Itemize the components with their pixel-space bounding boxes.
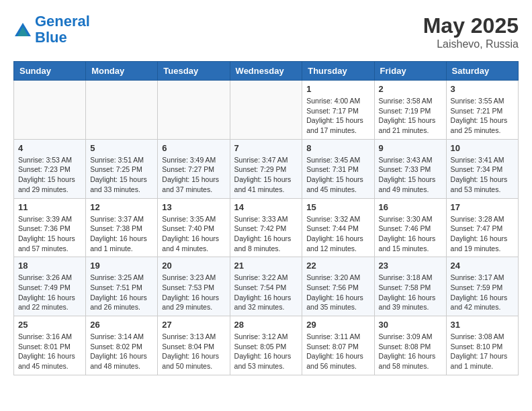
calendar-cell: 5Sunrise: 3:51 AMSunset: 7:25 PMDaylight… xyxy=(86,139,158,198)
day-number: 19 xyxy=(90,261,153,271)
day-number: 27 xyxy=(162,320,225,330)
weekday-header-friday: Friday xyxy=(374,62,446,81)
day-number: 18 xyxy=(18,261,81,271)
cell-details: Sunrise: 3:13 AMSunset: 8:04 PMDaylight:… xyxy=(162,332,225,371)
weekday-header-saturday: Saturday xyxy=(446,62,518,81)
week-row-2: 4Sunrise: 3:53 AMSunset: 7:23 PMDaylight… xyxy=(14,139,519,198)
weekday-header-sunday: Sunday xyxy=(14,62,86,81)
calendar-cell: 19Sunrise: 3:25 AMSunset: 7:51 PMDayligh… xyxy=(86,257,158,316)
day-number: 5 xyxy=(90,143,153,153)
logo: General Blue xyxy=(13,13,90,46)
calendar-cell: 7Sunrise: 3:47 AMSunset: 7:29 PMDaylight… xyxy=(230,139,302,198)
location: Laishevo, Russia xyxy=(423,38,519,50)
logo-line1: General xyxy=(35,13,90,30)
calendar-cell: 9Sunrise: 3:43 AMSunset: 7:33 PMDaylight… xyxy=(374,139,446,198)
calendar-cell: 18Sunrise: 3:26 AMSunset: 7:49 PMDayligh… xyxy=(14,257,86,316)
calendar-cell: 15Sunrise: 3:32 AMSunset: 7:44 PMDayligh… xyxy=(302,198,374,257)
cell-details: Sunrise: 3:49 AMSunset: 7:27 PMDaylight:… xyxy=(162,155,225,195)
cell-details: Sunrise: 3:51 AMSunset: 7:25 PMDaylight:… xyxy=(90,155,153,195)
calendar-cell: 1Sunrise: 4:00 AMSunset: 7:17 PMDaylight… xyxy=(302,81,374,140)
calendar-cell: 2Sunrise: 3:58 AMSunset: 7:19 PMDaylight… xyxy=(374,81,446,140)
calendar-cell: 8Sunrise: 3:45 AMSunset: 7:31 PMDaylight… xyxy=(302,139,374,198)
calendar-cell xyxy=(14,81,86,140)
week-row-5: 25Sunrise: 3:16 AMSunset: 8:01 PMDayligh… xyxy=(14,316,519,375)
calendar-cell: 20Sunrise: 3:23 AMSunset: 7:53 PMDayligh… xyxy=(158,257,230,316)
day-number: 9 xyxy=(379,143,442,153)
cell-details: Sunrise: 3:08 AMSunset: 8:10 PMDaylight:… xyxy=(451,332,514,371)
day-number: 16 xyxy=(379,202,442,212)
day-number: 7 xyxy=(234,143,298,153)
calendar-cell: 28Sunrise: 3:12 AMSunset: 8:05 PMDayligh… xyxy=(230,316,302,375)
cell-details: Sunrise: 3:55 AMSunset: 7:21 PMDaylight:… xyxy=(451,96,514,136)
day-number: 21 xyxy=(234,261,298,271)
calendar-cell: 21Sunrise: 3:22 AMSunset: 7:54 PMDayligh… xyxy=(230,257,302,316)
cell-details: Sunrise: 3:09 AMSunset: 8:08 PMDaylight:… xyxy=(379,332,442,371)
month-title: May 2025 xyxy=(423,13,519,38)
day-number: 30 xyxy=(379,320,442,330)
day-number: 11 xyxy=(18,202,81,212)
cell-details: Sunrise: 3:45 AMSunset: 7:31 PMDaylight:… xyxy=(306,155,369,195)
cell-details: Sunrise: 3:23 AMSunset: 7:53 PMDaylight:… xyxy=(162,273,225,312)
day-number: 2 xyxy=(379,84,442,94)
day-number: 22 xyxy=(306,261,369,271)
calendar-cell: 14Sunrise: 3:33 AMSunset: 7:42 PMDayligh… xyxy=(230,198,302,257)
cell-details: Sunrise: 3:12 AMSunset: 8:05 PMDaylight:… xyxy=(234,332,298,371)
day-number: 14 xyxy=(234,202,298,212)
cell-details: Sunrise: 3:47 AMSunset: 7:29 PMDaylight:… xyxy=(234,155,298,195)
weekday-header-tuesday: Tuesday xyxy=(158,62,230,81)
cell-details: Sunrise: 4:00 AMSunset: 7:17 PMDaylight:… xyxy=(306,96,369,136)
calendar-cell: 23Sunrise: 3:18 AMSunset: 7:58 PMDayligh… xyxy=(374,257,446,316)
day-number: 10 xyxy=(451,143,514,153)
cell-details: Sunrise: 3:53 AMSunset: 7:23 PMDaylight:… xyxy=(18,155,81,195)
cell-details: Sunrise: 3:43 AMSunset: 7:33 PMDaylight:… xyxy=(379,155,442,195)
day-number: 26 xyxy=(90,320,153,330)
cell-details: Sunrise: 3:17 AMSunset: 7:59 PMDaylight:… xyxy=(451,273,514,312)
cell-details: Sunrise: 3:32 AMSunset: 7:44 PMDaylight:… xyxy=(306,214,369,254)
day-number: 4 xyxy=(18,143,81,153)
cell-details: Sunrise: 3:58 AMSunset: 7:19 PMDaylight:… xyxy=(379,96,442,136)
cell-details: Sunrise: 3:37 AMSunset: 7:38 PMDaylight:… xyxy=(90,214,153,254)
day-number: 31 xyxy=(451,320,514,330)
calendar-cell: 27Sunrise: 3:13 AMSunset: 8:04 PMDayligh… xyxy=(158,316,230,375)
calendar-cell: 17Sunrise: 3:28 AMSunset: 7:47 PMDayligh… xyxy=(446,198,518,257)
calendar-cell: 6Sunrise: 3:49 AMSunset: 7:27 PMDaylight… xyxy=(158,139,230,198)
cell-details: Sunrise: 3:26 AMSunset: 7:49 PMDaylight:… xyxy=(18,273,81,312)
day-number: 24 xyxy=(451,261,514,271)
cell-details: Sunrise: 3:30 AMSunset: 7:46 PMDaylight:… xyxy=(379,214,442,254)
logo-line2: Blue xyxy=(35,29,67,46)
cell-details: Sunrise: 3:39 AMSunset: 7:36 PMDaylight:… xyxy=(18,214,81,254)
cell-details: Sunrise: 3:25 AMSunset: 7:51 PMDaylight:… xyxy=(90,273,153,312)
weekday-header-wednesday: Wednesday xyxy=(230,62,302,81)
day-number: 17 xyxy=(451,202,514,212)
cell-details: Sunrise: 3:28 AMSunset: 7:47 PMDaylight:… xyxy=(451,214,514,254)
calendar-cell: 30Sunrise: 3:09 AMSunset: 8:08 PMDayligh… xyxy=(374,316,446,375)
calendar-cell: 3Sunrise: 3:55 AMSunset: 7:21 PMDaylight… xyxy=(446,81,518,140)
calendar-cell: 10Sunrise: 3:41 AMSunset: 7:34 PMDayligh… xyxy=(446,139,518,198)
calendar-cell: 16Sunrise: 3:30 AMSunset: 7:46 PMDayligh… xyxy=(374,198,446,257)
weekday-header-thursday: Thursday xyxy=(302,62,374,81)
calendar-cell: 4Sunrise: 3:53 AMSunset: 7:23 PMDaylight… xyxy=(14,139,86,198)
cell-details: Sunrise: 3:11 AMSunset: 8:07 PMDaylight:… xyxy=(306,332,369,371)
day-number: 20 xyxy=(162,261,225,271)
title-block: May 2025 Laishevo, Russia xyxy=(423,13,519,50)
weekday-header-monday: Monday xyxy=(86,62,158,81)
day-number: 12 xyxy=(90,202,153,212)
calendar-cell: 22Sunrise: 3:20 AMSunset: 7:56 PMDayligh… xyxy=(302,257,374,316)
day-number: 25 xyxy=(18,320,81,330)
calendar-cell xyxy=(158,81,230,140)
calendar-cell: 11Sunrise: 3:39 AMSunset: 7:36 PMDayligh… xyxy=(14,198,86,257)
calendar-cell: 29Sunrise: 3:11 AMSunset: 8:07 PMDayligh… xyxy=(302,316,374,375)
week-row-1: 1Sunrise: 4:00 AMSunset: 7:17 PMDaylight… xyxy=(14,81,519,140)
day-number: 1 xyxy=(306,84,369,94)
day-number: 29 xyxy=(306,320,369,330)
calendar-cell: 31Sunrise: 3:08 AMSunset: 8:10 PMDayligh… xyxy=(446,316,518,375)
week-row-4: 18Sunrise: 3:26 AMSunset: 7:49 PMDayligh… xyxy=(14,257,519,316)
calendar-cell xyxy=(86,81,158,140)
cell-details: Sunrise: 3:41 AMSunset: 7:34 PMDaylight:… xyxy=(451,155,514,195)
day-number: 13 xyxy=(162,202,225,212)
calendar-cell: 24Sunrise: 3:17 AMSunset: 7:59 PMDayligh… xyxy=(446,257,518,316)
logo-icon xyxy=(13,21,32,40)
cell-details: Sunrise: 3:18 AMSunset: 7:58 PMDaylight:… xyxy=(379,273,442,312)
day-number: 8 xyxy=(306,143,369,153)
calendar-cell: 25Sunrise: 3:16 AMSunset: 8:01 PMDayligh… xyxy=(14,316,86,375)
